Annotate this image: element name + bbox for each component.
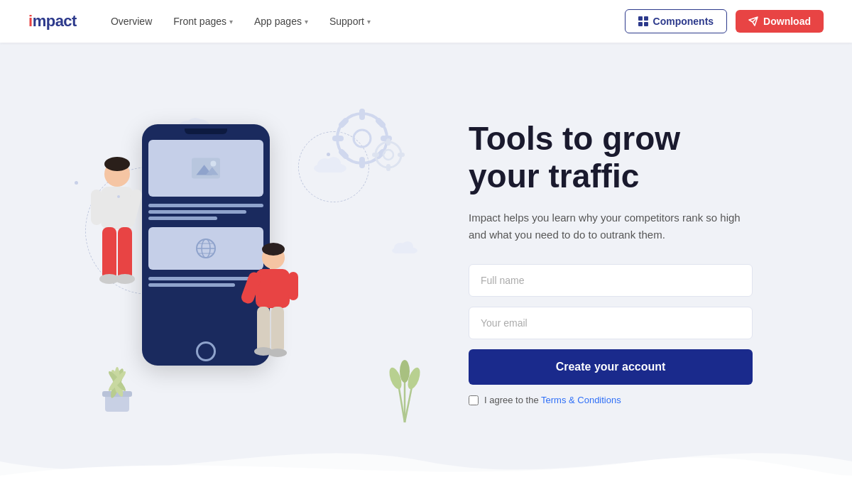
download-button[interactable]: Download: [736, 10, 824, 33]
figure-leaning: [234, 238, 312, 387]
phone-image-block: [148, 140, 263, 197]
nav-overview[interactable]: Overview: [102, 11, 160, 31]
svg-rect-14: [372, 153, 379, 157]
nav-actions: Components Download: [625, 9, 824, 33]
navbar: impact Overview Front pages ▾ App pages …: [0, 0, 852, 43]
svg-point-36: [104, 157, 130, 171]
plant-illustration-1: [92, 351, 142, 415]
send-icon: [748, 16, 758, 26]
deco-dot-2: [117, 195, 120, 198]
phone-home-button: [196, 341, 216, 361]
svg-rect-38: [91, 190, 102, 225]
svg-rect-41: [118, 227, 132, 280]
deco-dot-1: [75, 181, 78, 185]
phone-line-1: [148, 204, 263, 207]
terms-checkbox[interactable]: [469, 395, 479, 405]
full-name-group: [469, 264, 753, 297]
svg-rect-46: [256, 269, 290, 308]
deco-dot-3: [327, 153, 330, 156]
hero-section: Tools to grow your traffic Impact helps …: [0, 43, 852, 461]
svg-point-43: [115, 274, 135, 284]
logo[interactable]: impact: [28, 12, 77, 31]
components-button[interactable]: Components: [625, 9, 728, 33]
chevron-down-icon: ▾: [305, 18, 308, 26]
phone-notch: [185, 128, 227, 134]
svg-rect-12: [386, 138, 390, 146]
grid-icon: [638, 16, 648, 26]
gear-small-icon: [368, 135, 408, 175]
svg-rect-13: [386, 164, 390, 171]
svg-rect-15: [398, 153, 405, 157]
full-name-input[interactable]: [469, 264, 753, 297]
svg-point-11: [383, 150, 393, 160]
cloud-3: [390, 238, 419, 256]
svg-point-1: [354, 130, 371, 147]
svg-point-25: [402, 241, 413, 251]
svg-point-22: [327, 157, 341, 170]
hero-content: Tools to grow your traffic Impact helps …: [454, 120, 753, 405]
nav-links: Overview Front pages ▾ App pages ▾ Suppo…: [102, 11, 625, 31]
phone-line-2: [148, 210, 246, 214]
phone-line-5: [148, 283, 235, 287]
terms-row: I agree to the Terms & Conditions: [469, 395, 753, 405]
chevron-down-icon: ▾: [229, 18, 233, 26]
hero-subtext: Impact helps you learn why your competit…: [469, 209, 753, 245]
wave-decoration: [0, 419, 852, 504]
terms-link[interactable]: Terms & Conditions: [541, 395, 621, 405]
nav-front-pages[interactable]: Front pages ▾: [165, 11, 241, 31]
svg-rect-48: [288, 272, 298, 300]
phone-text-lines: [148, 201, 263, 223]
figure-standing: [78, 153, 156, 316]
svg-point-29: [210, 161, 216, 167]
email-input[interactable]: [469, 307, 753, 339]
svg-rect-2: [359, 109, 365, 120]
hero-headline: Tools to grow your traffic: [469, 120, 753, 195]
svg-rect-4: [332, 136, 344, 141]
svg-rect-50: [271, 307, 284, 353]
svg-rect-40: [102, 227, 116, 280]
brand-name: impact: [28, 12, 77, 31]
create-account-button[interactable]: Create your account: [469, 349, 753, 385]
svg-point-52: [268, 349, 287, 357]
hero-illustration: [71, 96, 440, 429]
svg-rect-49: [257, 307, 270, 353]
email-group: [469, 307, 753, 339]
svg-point-45: [262, 243, 285, 256]
nav-support[interactable]: Support ▾: [321, 11, 379, 31]
svg-point-10: [376, 142, 401, 168]
svg-point-64: [400, 360, 410, 383]
nav-app-pages[interactable]: App pages ▾: [246, 11, 317, 31]
chevron-down-icon: ▾: [367, 18, 371, 26]
phone-line-3: [148, 217, 217, 220]
svg-rect-3: [359, 157, 365, 168]
cloud-2: [312, 153, 348, 175]
